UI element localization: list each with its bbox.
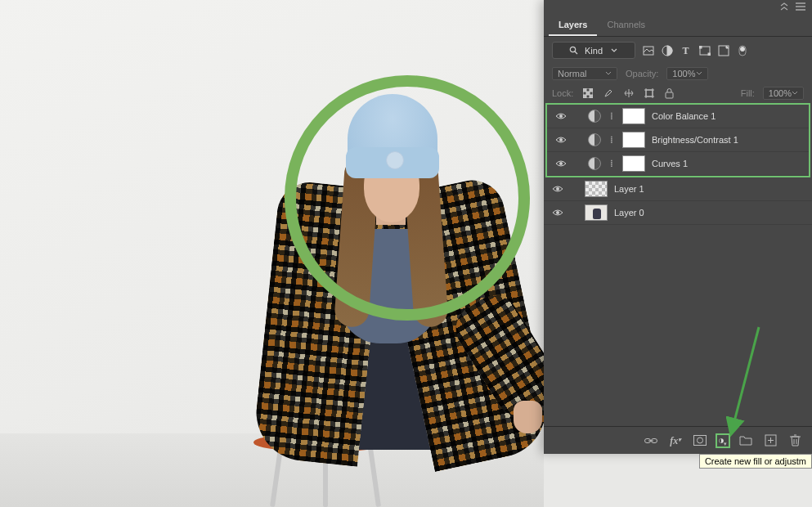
fill-input[interactable]: 100%: [763, 87, 804, 100]
adjustment-layer-icon: [588, 110, 601, 123]
photo-hand: [514, 401, 542, 433]
adjustment-layer-icon: [588, 157, 601, 170]
tab-channels[interactable]: Channels: [597, 15, 654, 36]
search-icon: [568, 44, 580, 56]
svg-point-9: [740, 47, 744, 51]
svg-rect-5: [699, 46, 702, 48]
photo-beanie-patch: [386, 151, 404, 169]
layer-mask-thumbnail[interactable]: [622, 108, 645, 124]
filter-type-icon[interactable]: T: [680, 44, 692, 56]
layers-list: ⁞ Color Balance 1 ⁞ Brightness/Contrast …: [544, 103, 812, 426]
chevron-down-icon: [605, 70, 612, 77]
layer-mask-thumbnail[interactable]: [622, 155, 645, 172]
layer-filter-row: Kind T: [544, 37, 812, 64]
filter-shape-icon[interactable]: [698, 44, 711, 56]
svg-point-0: [570, 47, 575, 52]
lock-artboard-icon[interactable]: [643, 87, 655, 100]
layer-thumbnail[interactable]: [585, 181, 608, 197]
layer-style-icon[interactable]: fx▾: [668, 433, 683, 448]
blend-mode-value: Normal: [558, 69, 586, 79]
layers-panel-footer: fx▾ ▾: [544, 426, 812, 454]
annotation-layer-highlight: ⁞ Color Balance 1 ⁞ Brightness/Contrast …: [545, 103, 810, 177]
svg-rect-13: [590, 95, 593, 98]
svg-rect-12: [586, 92, 590, 95]
chevron-down-icon: [696, 70, 702, 77]
panel-tabs: Layers Channels: [544, 15, 812, 37]
layer-row-adjustment[interactable]: ⁞ Brightness/Contrast 1: [547, 128, 809, 152]
lock-all-icon[interactable]: [663, 87, 675, 100]
layer-row[interactable]: Layer 0: [544, 201, 812, 225]
layers-panel: Layers Channels Kind T: [544, 0, 812, 454]
layer-name[interactable]: Brightness/Contrast 1: [652, 135, 801, 145]
svg-line-1: [575, 52, 577, 54]
svg-rect-6: [708, 53, 711, 56]
lock-row: Lock: Fill: 100%: [544, 83, 812, 103]
lock-brush-icon[interactable]: [602, 87, 614, 100]
blend-mode-row: Normal Opacity: 100%: [544, 64, 812, 83]
visibility-eye-icon[interactable]: [555, 158, 567, 169]
layer-thumbnail[interactable]: [585, 204, 608, 221]
visibility-eye-icon[interactable]: [555, 110, 567, 122]
svg-point-23: [559, 138, 563, 141]
new-adjustment-layer-icon[interactable]: ▾: [716, 433, 730, 448]
opacity-input[interactable]: 100%: [666, 67, 707, 80]
mask-link-icon[interactable]: ⁞: [608, 158, 616, 169]
svg-point-24: [559, 162, 563, 165]
panel-topbar: [544, 0, 812, 15]
chevron-down-icon: [792, 90, 798, 96]
filter-adjustment-icon[interactable]: [661, 44, 673, 56]
layer-name[interactable]: Color Balance 1: [652, 111, 801, 121]
tooltip: Create new fill or adjustm: [699, 454, 812, 469]
svg-rect-15: [583, 95, 586, 98]
svg-rect-30: [694, 436, 707, 446]
visibility-eye-icon[interactable]: [552, 207, 563, 218]
add-mask-icon[interactable]: [693, 433, 707, 448]
fill-label: Fill:: [741, 88, 755, 98]
svg-point-22: [559, 114, 563, 118]
visibility-eye-icon[interactable]: [555, 134, 567, 146]
layer-row-adjustment[interactable]: ⁞ Curves 1: [547, 152, 809, 176]
document-canvas[interactable]: [0, 0, 544, 507]
layer-row-adjustment[interactable]: ⁞ Color Balance 1: [547, 105, 809, 128]
svg-rect-11: [583, 88, 586, 92]
filter-pixel-icon[interactable]: [642, 44, 654, 56]
svg-point-26: [556, 211, 559, 214]
layer-name[interactable]: Curves 1: [652, 159, 801, 168]
svg-point-25: [556, 187, 559, 191]
filter-smartobject-icon[interactable]: [717, 44, 729, 56]
lock-label: Lock:: [552, 88, 573, 98]
layer-name[interactable]: Layer 1: [614, 184, 804, 194]
svg-rect-16: [646, 90, 653, 96]
lock-position-icon[interactable]: [622, 87, 635, 100]
filter-kind-label: Kind: [585, 46, 603, 56]
collapse-panel-icon[interactable]: [779, 2, 789, 11]
mask-link-icon[interactable]: ⁞: [608, 110, 616, 122]
new-layer-icon[interactable]: [763, 433, 778, 448]
filter-kind-select[interactable]: Kind: [552, 42, 635, 59]
opacity-label: Opacity:: [626, 69, 658, 79]
lock-transparency-icon[interactable]: [581, 87, 594, 100]
panel-menu-icon[interactable]: [796, 2, 805, 11]
opacity-value: 100%: [672, 69, 695, 79]
blend-mode-select[interactable]: Normal: [552, 67, 617, 80]
chevron-down-icon: [608, 44, 620, 56]
svg-point-31: [698, 437, 703, 443]
svg-rect-14: [590, 88, 593, 92]
visibility-eye-icon[interactable]: [552, 183, 563, 195]
layer-name[interactable]: Layer 0: [614, 208, 804, 218]
mask-link-icon[interactable]: ⁞: [608, 134, 616, 146]
layer-row[interactable]: Layer 1: [544, 177, 812, 201]
layer-mask-thumbnail[interactable]: [622, 132, 645, 148]
tab-layers[interactable]: Layers: [549, 15, 597, 36]
adjustment-layer-icon: [588, 133, 601, 146]
delete-layer-icon[interactable]: [787, 433, 802, 448]
svg-rect-21: [666, 92, 673, 98]
new-group-icon[interactable]: [738, 433, 753, 448]
link-layers-icon[interactable]: [644, 433, 658, 448]
fill-value: 100%: [769, 88, 792, 98]
filter-toggle-icon[interactable]: [736, 44, 748, 56]
